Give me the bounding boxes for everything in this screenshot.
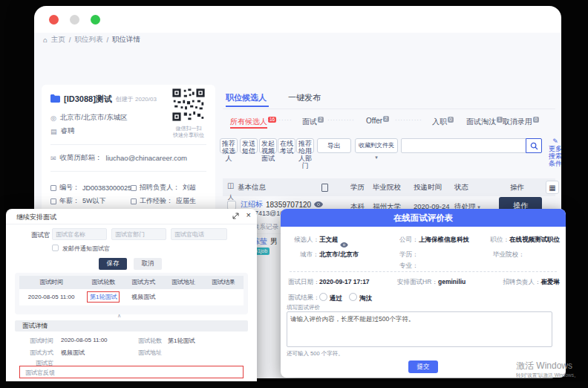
arrange-interview-dialog: 继续安排面试 × 面试官 发邮件通知面试官 保存 取消 面试时间 面试轮数 面试… xyxy=(6,209,257,386)
folder-icon xyxy=(50,92,60,106)
cell-interview-time: 2020-08-05 11:00 xyxy=(19,289,83,305)
send-sms-button[interactable]: 发送短信 xyxy=(240,138,258,153)
cell-interview-round[interactable]: 第1轮面试 xyxy=(83,289,123,305)
experience-label: 工作经验： xyxy=(140,196,173,206)
cell-interview-result xyxy=(203,289,244,305)
interview-rounds-section: 面试时间 面试轮数 面试方式 面试地址 面试结果 2020-08-05 11:0… xyxy=(15,273,248,314)
radio-fail[interactable] xyxy=(349,293,357,301)
dialog-title: 在线面试评价表 xyxy=(281,209,566,227)
experience-icon xyxy=(131,198,137,204)
subtab-badge: 2 xyxy=(383,116,389,122)
window-maximize-dot[interactable] xyxy=(91,15,100,25)
search-icon xyxy=(530,142,538,150)
job-created: 创建于 2020/03 xyxy=(116,95,157,103)
qr-caption-2: 快速分享职位 xyxy=(168,132,209,138)
result-fail-option[interactable]: 淘汰 xyxy=(349,293,372,303)
job-company: 睿聘 xyxy=(61,126,75,136)
arranged-hr-value: geminiliu xyxy=(438,278,466,285)
subtab-offer[interactable]: Offer2 xyxy=(366,117,389,125)
col-action: 操作 xyxy=(510,183,524,193)
resume-email-label: 收简历邮箱： xyxy=(60,153,102,163)
result-label: 面试结果： xyxy=(288,294,320,303)
save-button[interactable]: 保存 xyxy=(99,258,127,270)
recruiter-icon xyxy=(131,185,137,191)
subtab-collapsed-group[interactable]: ·········· xyxy=(265,117,293,123)
breadcrumb-joblist[interactable]: 职位列表 xyxy=(74,35,102,45)
col-interview-result: 面试结果 xyxy=(203,276,244,289)
result-pass-option[interactable]: 通过 xyxy=(319,293,342,303)
subtab-interview[interactable]: 面试2 xyxy=(302,117,324,127)
job-id-value: JD00383000025 xyxy=(82,184,131,192)
subtab-cancel-hire[interactable]: 取消录用0 xyxy=(503,117,539,127)
position-pair: 职位：在线视频测试职位 xyxy=(491,236,561,245)
expand-icon[interactable] xyxy=(232,213,239,221)
recommend-candidate-button[interactable]: 推荐候选人 xyxy=(220,138,238,153)
pencil-icon: ✎ xyxy=(552,138,558,145)
company-value: 上海保椎信息科技 xyxy=(419,236,469,245)
col-status: 状态 xyxy=(454,183,468,193)
job-title: [ID3088]测试 xyxy=(64,94,112,105)
resume-email: liuchao@chinacareer.com xyxy=(106,154,187,162)
bottom-crop-bar xyxy=(0,381,588,388)
detail-time-label: 面试时间 xyxy=(30,337,53,345)
select-all-contact-icon[interactable]: ◫ xyxy=(227,181,234,190)
detail-mode-label: 面试方式 xyxy=(30,349,53,357)
detail-time-value: 2020-08-05 11:00 xyxy=(61,337,108,343)
breadcrumb-home[interactable]: 主页 xyxy=(51,35,65,45)
detail-feedback-label: 面试官反馈 xyxy=(25,369,55,377)
dialog-title: 继续安排面试 xyxy=(16,213,56,222)
more-search-conditions[interactable]: ✎ 更多搜索条件 xyxy=(547,138,561,167)
candidate-phone: 18359707120 xyxy=(266,201,311,209)
col-interview-address: 面试地址 xyxy=(163,276,203,289)
detail-round-label: 面试轮数 xyxy=(138,337,162,345)
subtab-badge: 1 xyxy=(497,117,503,123)
interview-date-value: 2020-09-17 17:17 xyxy=(319,278,370,285)
notify-label: 发邮件通知面试官 xyxy=(62,245,110,253)
job-id-label: 编号： xyxy=(59,183,79,193)
window-minimize-dot[interactable] xyxy=(70,15,79,25)
subtab-onboard[interactable]: 入职0 xyxy=(432,117,454,127)
notify-checkbox[interactable] xyxy=(52,245,59,251)
column-settings-button[interactable]: ▦ xyxy=(546,181,559,194)
recruiter-value: 刘超 xyxy=(183,183,196,193)
online-exam-button[interactable]: 在线考试 xyxy=(278,138,295,153)
close-icon[interactable]: × xyxy=(246,210,251,219)
tab-one-click-publish[interactable]: 一键发布 xyxy=(288,92,321,103)
breadcrumb-separator: / xyxy=(106,36,108,44)
qr-block: 微信扫一扫 快速分享职位 xyxy=(168,88,209,138)
favorite-folder-dropdown[interactable]: 收藏到文件夹 ▾ xyxy=(355,138,398,153)
submit-button[interactable]: 提交 xyxy=(408,360,438,373)
job-id-icon xyxy=(50,185,56,191)
salary-value: 5W以下 xyxy=(82,196,106,206)
evaluation-textarea[interactable] xyxy=(287,311,552,347)
window-close-dot[interactable] xyxy=(49,15,59,25)
subtab-badge: 0 xyxy=(448,117,454,123)
interviewer-name-input[interactable] xyxy=(52,228,107,240)
eye-icon[interactable] xyxy=(314,201,323,209)
subtab-collapsed-group[interactable]: ·········· xyxy=(327,117,355,123)
tab-candidates[interactable]: 职位候选人 xyxy=(226,92,267,103)
interview-evaluation-dialog: 在线面试评价表 候选人： 王文超 公司： 上海保椎信息科技 职位：在线视频测试职… xyxy=(281,209,566,378)
salary-label: 年薪： xyxy=(59,196,79,206)
start-video-interview-button[interactable]: 发起视频面试 xyxy=(259,138,277,153)
export-button[interactable]: 导出 xyxy=(317,138,351,153)
search-button[interactable] xyxy=(526,138,542,153)
collapse-rounds-icon[interactable]: ∧ xyxy=(117,313,121,319)
candidate-name-link[interactable]: 江绍标 xyxy=(241,199,263,210)
radio-pass[interactable] xyxy=(319,293,327,301)
recommend-to-dept-button[interactable]: 推荐给用人部门 xyxy=(296,138,314,153)
interviewer-phone-input[interactable] xyxy=(171,228,227,240)
active-tab-underline xyxy=(226,106,269,107)
breadcrumb-separator: / xyxy=(69,36,71,44)
subtab-interview-fail[interactable]: 面试淘汰1 xyxy=(466,117,503,127)
eye-icon[interactable] xyxy=(340,237,348,250)
qr-caption-1: 微信扫一扫 xyxy=(168,125,209,132)
subtab-collapsed-group[interactable]: ·········· xyxy=(395,117,422,123)
cancel-button[interactable]: 取消 xyxy=(134,258,162,270)
company-label: 公司： xyxy=(399,236,419,245)
interviewer-dept-input[interactable] xyxy=(111,228,166,240)
col-applied-time: 投递时间 xyxy=(414,183,442,193)
interview-date-label: 面试日期： xyxy=(288,278,320,287)
col-interview-time: 面试时间 xyxy=(19,276,83,289)
candidate-search-input[interactable] xyxy=(401,138,542,153)
